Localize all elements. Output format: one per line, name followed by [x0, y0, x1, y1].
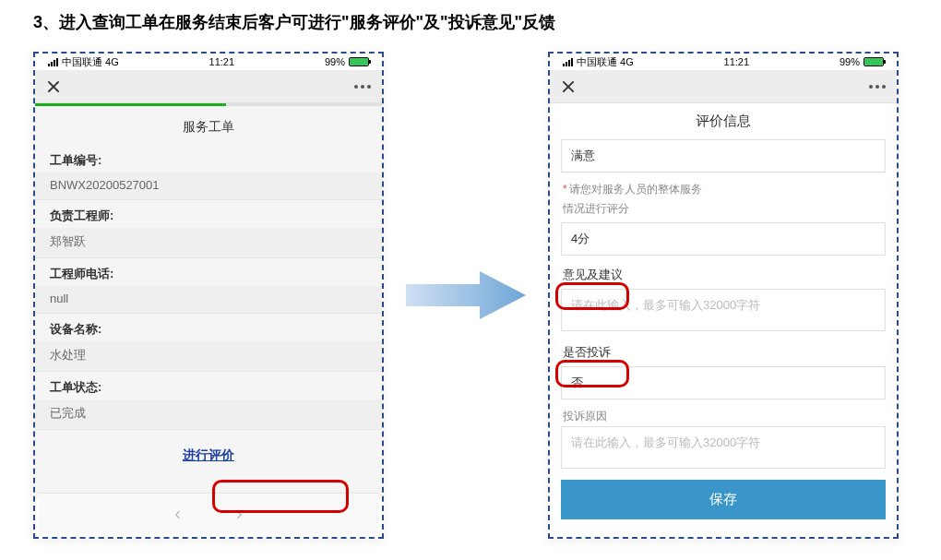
status-time: 11:21 [724, 56, 750, 67]
phone-right: 中国联通 4G 11:21 99% 评价信息 满意 *请您对服务人员的整体服务 … [548, 52, 899, 539]
more-icon[interactable] [354, 85, 371, 89]
order-body: 服务工单 工单编号: BNWX20200527001 负责工程师: 郑智跃 工程… [35, 106, 382, 499]
nav-bar [550, 70, 897, 103]
order-status-value: 已完成 [35, 399, 382, 430]
engineer-label: 负责工程师: [35, 200, 382, 228]
signal-icon [48, 58, 58, 66]
eval-title: 评价信息 [550, 103, 897, 139]
order-no-label: 工单编号: [35, 145, 382, 173]
order-title: 服务工单 [35, 106, 382, 145]
evaluate-link[interactable]: 进行评价 [183, 447, 234, 464]
status-bar: 中国联通 4G 11:21 99% [550, 54, 897, 70]
svg-marker-0 [406, 271, 526, 319]
battery-percent: 99% [840, 56, 860, 67]
instruction-heading: 3、进入查询工单在服务结束后客户可进行"服务评价"及"投诉意见"反馈 [0, 0, 941, 33]
device-value: 水处理 [35, 341, 382, 372]
phone-left: 中国联通 4G 11:21 99% 服务工单 工单编号: BNWX2020052… [33, 52, 384, 539]
close-icon[interactable] [561, 79, 576, 94]
more-icon[interactable] [869, 85, 886, 89]
opinion-textarea[interactable]: 请在此输入，最多可输入32000字符 [561, 289, 886, 331]
required-mark: * [563, 183, 567, 196]
battery-icon [864, 57, 884, 66]
nav-bar [35, 70, 382, 103]
battery-icon [349, 57, 369, 66]
reason-textarea[interactable]: 请在此输入，最多可输入32000字符 [561, 426, 886, 469]
order-status-label: 工单状态: [35, 372, 382, 399]
status-time: 11:21 [209, 56, 235, 67]
progress-line [35, 103, 382, 106]
rating-label: *请您对服务人员的整体服务 [550, 180, 897, 199]
device-label: 设备名称: [35, 314, 382, 341]
status-bar: 中国联通 4G 11:21 99% [35, 54, 382, 70]
rating-label-2: 情况进行评分 [550, 199, 897, 219]
rating-input[interactable]: 4分 [561, 222, 886, 256]
save-button[interactable]: 保存 [561, 480, 886, 519]
engineer-value: 郑智跃 [35, 228, 382, 258]
signal-icon [563, 58, 573, 66]
carrier-text: 中国联通 4G [577, 55, 634, 69]
opinion-label: 意见及建议 [550, 263, 636, 289]
complaint-select[interactable]: 否 [561, 366, 886, 399]
engineer-phone-label: 工程师电话: [35, 258, 382, 286]
main-container: 中国联通 4G 11:21 99% 服务工单 工单编号: BNWX2020052… [0, 33, 941, 539]
bottom-nav: ‹ › [39, 493, 378, 533]
reason-label: 投诉原因 [550, 407, 897, 426]
arrow-icon [406, 268, 526, 323]
nav-prev-icon[interactable]: ‹ [174, 503, 181, 524]
satisfaction-input[interactable]: 满意 [561, 139, 886, 173]
complaint-label: 是否投诉 [550, 340, 624, 366]
engineer-phone-value: null [35, 286, 382, 314]
battery-percent: 99% [325, 56, 345, 67]
order-no-value: BNWX20200527001 [35, 173, 382, 200]
carrier-text: 中国联通 4G [62, 55, 119, 69]
close-icon[interactable] [46, 79, 61, 94]
nav-next-icon[interactable]: › [236, 503, 243, 524]
eval-body: 评价信息 满意 *请您对服务人员的整体服务 情况进行评分 4分 意见及建议 请在… [550, 103, 897, 537]
